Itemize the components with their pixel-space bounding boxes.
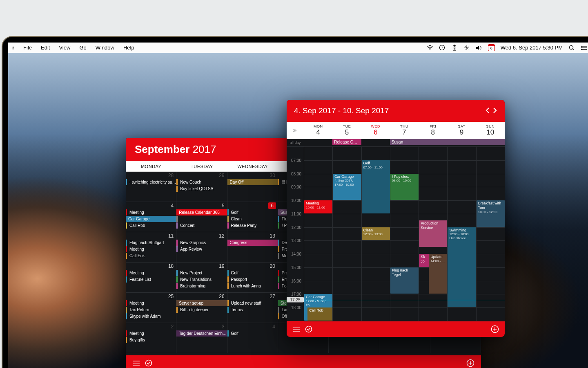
menu-go[interactable]: Go xyxy=(79,45,86,51)
month-event[interactable] xyxy=(176,216,227,222)
menu-icon[interactable] xyxy=(292,325,301,333)
month-cell[interactable]: 13Congress xyxy=(227,232,278,263)
month-cell[interactable]: 27Upload new stuffTennis xyxy=(227,293,278,323)
month-cell[interactable]: 4MeetingCar GarageCall Rob xyxy=(126,202,176,232)
week-day-column[interactable]: Breakfast with Tom10:00 - 12:00 xyxy=(476,147,505,321)
month-event[interactable]: New Translations xyxy=(176,276,227,283)
month-cell[interactable]: 5Release Calendar 366Concert xyxy=(176,202,227,232)
week-day-column[interactable]: Meeting10:00 - 11:00Car Garage17:00 - 5.… xyxy=(304,147,332,321)
month-cell[interactable]: 3Tag der Deutschen Einh… xyxy=(176,323,227,353)
week-event[interactable]: Production Service xyxy=(419,220,447,247)
week-day-header[interactable]: SAT9 xyxy=(447,122,476,139)
month-event[interactable]: Tag der Deutschen Einh… xyxy=(176,330,227,337)
month-event[interactable]: Tennis xyxy=(227,307,278,313)
calendar-menubar-icon[interactable]: 6 xyxy=(488,44,495,51)
month-event[interactable]: Lunch with Anna xyxy=(227,283,278,289)
month-event[interactable]: Meeting xyxy=(126,246,176,252)
week-event[interactable]: Meeting10:00 - 11:00 xyxy=(304,200,332,213)
month-event[interactable]: Clean xyxy=(227,216,278,222)
month-cell[interactable]: 2MeetingBuy gifts xyxy=(126,323,176,353)
month-event[interactable]: Car Garage xyxy=(126,216,176,222)
allday-event[interactable]: Release C… xyxy=(332,139,361,145)
month-event[interactable]: Meeting xyxy=(126,330,176,337)
week-day-header[interactable]: TUE5 xyxy=(332,122,361,139)
month-event[interactable]: Release Calendar 366 xyxy=(176,209,227,215)
notification-center-icon[interactable] xyxy=(581,45,587,51)
timemachine-icon[interactable] xyxy=(439,45,445,51)
tasks-icon[interactable] xyxy=(145,359,153,367)
menu-view[interactable]: View xyxy=(59,45,70,51)
month-event[interactable]: Server set-up xyxy=(176,300,227,306)
week-event[interactable]: Call Rob xyxy=(307,307,332,321)
week-day-column[interactable]: Golf07:00 - 11:00Clean12:00 - 13:00 xyxy=(361,147,390,321)
week-event[interactable]: ! Pay elec.08:00 - 10:00 xyxy=(390,174,419,200)
volume-icon[interactable] xyxy=(476,45,482,51)
week-event[interactable]: Car Garage4. Sep 2017, 17:00 - 10:00 xyxy=(333,174,361,200)
month-cell[interactable]: 18MeetingFeature List xyxy=(126,263,176,293)
month-event[interactable]: Skype with Adam xyxy=(126,313,176,319)
month-event[interactable]: New Couch xyxy=(176,179,227,185)
month-event[interactable]: Upload new stuff xyxy=(227,300,278,306)
month-cell[interactable]: 30Day Off xyxy=(227,172,278,202)
month-cell[interactable]: 28! switching electricity su… xyxy=(126,172,176,202)
menu-file[interactable]: File xyxy=(23,45,32,51)
week-day-header[interactable]: FRI8 xyxy=(419,122,447,139)
month-event[interactable]: Tax Return xyxy=(126,307,176,313)
week-day-column[interactable]: ! Pay elec.08:00 - 10:00Flug nach Tegel xyxy=(390,147,419,321)
month-event[interactable]: Call Erik xyxy=(126,253,176,259)
month-event[interactable]: Meeting xyxy=(126,209,176,215)
week-event[interactable]: Breakfast with Tom10:00 - 12:00 xyxy=(477,200,505,227)
month-event[interactable]: Feature List xyxy=(126,276,176,283)
month-cell[interactable]: 20GolfPassportLunch with Anna xyxy=(227,263,278,293)
month-event[interactable]: Buy gifts xyxy=(126,337,176,343)
week-day-header[interactable]: WED6 xyxy=(361,122,390,139)
week-event[interactable]: Clean12:00 - 13:00 xyxy=(362,227,390,240)
month-event[interactable]: Release Party xyxy=(227,222,278,229)
month-event[interactable]: Bill - dig deeper xyxy=(176,307,227,313)
add-event-button[interactable] xyxy=(466,359,474,367)
allday-event[interactable]: Susan xyxy=(390,139,505,145)
month-event[interactable]: ! switching electricity su… xyxy=(126,179,176,185)
menu-edit[interactable]: Edit xyxy=(41,45,50,51)
next-week-button[interactable] xyxy=(492,107,497,115)
month-event[interactable]: Buy ticket QOTSA xyxy=(176,186,227,192)
month-event[interactable]: App Review xyxy=(176,246,227,252)
week-event[interactable]: Swimming12:00 - 18:00 Liebnitzsee xyxy=(448,227,476,307)
month-event[interactable]: Concert xyxy=(176,222,227,229)
prev-week-button[interactable] xyxy=(485,107,490,115)
week-day-column[interactable]: Swimming12:00 - 18:00 Liebnitzsee xyxy=(447,147,476,321)
month-cell[interactable]: 25MeetingTax ReturnSkype with Adam xyxy=(126,293,176,323)
week-day-header[interactable]: SUN10 xyxy=(476,122,505,139)
week-event[interactable]: Flug nach Tegel xyxy=(390,267,419,294)
month-event[interactable]: Meeting xyxy=(126,270,176,276)
month-event[interactable]: Passport xyxy=(227,276,278,283)
spotlight-icon[interactable] xyxy=(568,45,575,51)
week-day-column[interactable]: Car Garage4. Sep 2017, 17:00 - 10:00 xyxy=(332,147,361,321)
month-event[interactable]: New Project xyxy=(176,270,227,276)
month-cell[interactable]: 26Server set-upBill - dig deeper xyxy=(176,293,227,323)
week-day-column[interactable]: Production ServiceSk JoUpdate14:00 - … xyxy=(419,147,447,321)
month-cell[interactable]: 11Flug nach StuttgartMeetingCall Erik xyxy=(126,232,176,263)
month-event[interactable]: Golf xyxy=(227,330,278,337)
month-cell[interactable]: 6GolfCleanRelease Party xyxy=(227,202,278,232)
wifi-icon[interactable] xyxy=(427,45,433,51)
week-event[interactable]: Sk Jo xyxy=(419,254,429,267)
add-event-button[interactable] xyxy=(491,325,499,333)
menubar-clock[interactable]: Wed 6. Sep 2017 5:30 PM xyxy=(501,45,563,51)
month-cell[interactable]: 4Golf xyxy=(227,323,278,353)
month-cell[interactable]: 12New GraphicsApp Review xyxy=(176,232,227,263)
week-day-header[interactable]: THU7 xyxy=(390,122,419,139)
week-day-header[interactable]: MON4 xyxy=(304,122,332,139)
battery-icon[interactable] xyxy=(451,45,458,51)
week-event[interactable]: Update14:00 - … xyxy=(429,254,447,294)
month-event[interactable]: Meeting xyxy=(126,300,176,306)
month-cell[interactable]: 19New ProjectNew TranslationsBrainstormi… xyxy=(176,263,227,293)
month-event[interactable]: Congress xyxy=(227,240,278,246)
month-event[interactable]: Day Off xyxy=(227,179,278,185)
menu-window[interactable]: Window xyxy=(96,45,114,51)
month-event[interactable]: Call Rob xyxy=(126,222,176,229)
menu-help[interactable]: Help xyxy=(123,45,134,51)
week-event[interactable]: Golf07:00 - 11:00 xyxy=(362,160,390,213)
tasks-icon[interactable] xyxy=(305,325,313,333)
menu-icon[interactable] xyxy=(132,359,140,367)
